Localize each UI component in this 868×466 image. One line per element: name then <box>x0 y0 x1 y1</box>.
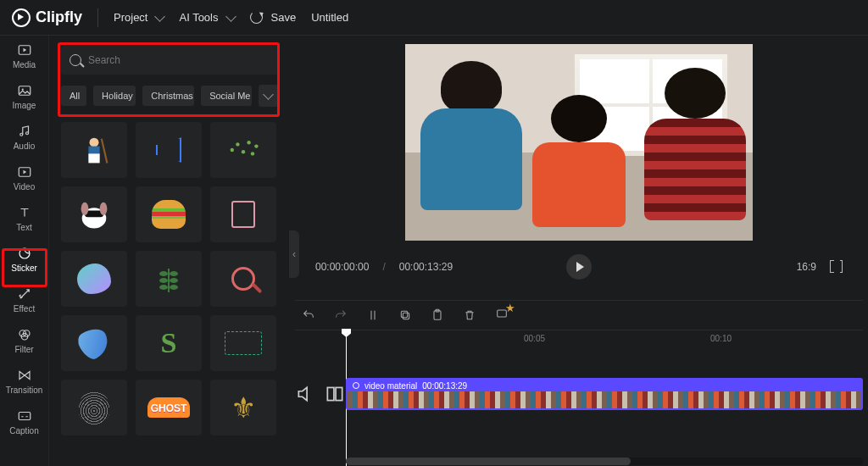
track-visibility-button[interactable] <box>324 383 346 405</box>
chip-holiday[interactable]: Holiday <box>93 86 136 106</box>
logo-mark-icon <box>12 8 31 27</box>
svg-rect-10 <box>19 413 31 420</box>
rail-image[interactable]: Image <box>0 76 48 117</box>
ruler-mark: 00:10 <box>710 334 732 343</box>
sticker-burger[interactable] <box>136 186 202 242</box>
aspect-ratio[interactable]: 16:9 <box>797 261 816 273</box>
split-button[interactable] <box>366 308 380 322</box>
sticker-frame-dashed[interactable] <box>210 315 276 371</box>
rail-media[interactable]: Media <box>0 36 48 76</box>
chevron-down-icon <box>263 89 274 100</box>
project-menu[interactable]: Project <box>114 11 164 24</box>
preview-scene <box>405 44 753 241</box>
sticker-icon <box>17 246 32 261</box>
rail-transition[interactable]: Transition <box>0 361 48 402</box>
play-button[interactable] <box>566 254 592 280</box>
preview-frame[interactable] <box>405 44 753 241</box>
sticker-speaker-outline[interactable] <box>136 122 202 178</box>
redo-button[interactable] <box>334 308 348 322</box>
sticker-fleur-de-lis[interactable]: ⚜ <box>210 380 276 435</box>
current-time: 00:00:00:00 <box>315 261 369 273</box>
text-icon <box>17 205 32 220</box>
audio-icon <box>17 124 32 139</box>
effects-star-button[interactable]: ★ <box>495 307 509 324</box>
rail-label: Effect <box>14 304 35 313</box>
delete-button[interactable] <box>463 308 476 322</box>
timeline-clip[interactable]: video material 00:00:13:29 <box>346 378 863 410</box>
category-chip-row: All Holiday Christmas Social Me <box>61 85 278 107</box>
magnifier-icon <box>231 267 255 291</box>
scene-person-center <box>532 95 626 230</box>
sticker-perfume[interactable] <box>210 186 276 242</box>
svg-point-26 <box>170 271 178 276</box>
chip-social-media[interactable]: Social Me <box>201 86 252 106</box>
sticker-letter-s[interactable]: S <box>136 315 202 371</box>
ai-tools-label: AI Tools <box>179 11 218 24</box>
chip-all[interactable]: All <box>61 86 86 106</box>
rail-video[interactable]: Video <box>0 158 48 198</box>
rail-caption[interactable]: Caption <box>0 402 48 442</box>
clip-name: video material <box>364 381 417 391</box>
chip-christmas[interactable]: Christmas <box>142 86 194 106</box>
paste-button[interactable] <box>431 308 444 322</box>
timeline-scrollbar[interactable] <box>346 458 863 465</box>
rail-sticker[interactable]: Sticker <box>0 239 48 280</box>
sticker-blob[interactable] <box>61 251 127 307</box>
track-mute-button[interactable] <box>295 383 317 405</box>
rail-label: Audio <box>14 141 36 151</box>
clip-duration: 00:00:13:29 <box>422 381 467 391</box>
panel-collapse-handle[interactable]: ‹ <box>289 230 299 278</box>
clip-type-icon <box>353 382 359 389</box>
video-icon <box>17 164 32 180</box>
sticker-fingerprint[interactable] <box>61 380 127 435</box>
undo-button[interactable] <box>302 308 315 322</box>
image-icon <box>17 83 32 98</box>
svg-rect-13 <box>88 153 99 163</box>
filter-icon <box>17 327 32 342</box>
sticker-leaf-sprig[interactable] <box>136 251 202 307</box>
sticker-sparkle-leaves[interactable] <box>210 122 276 178</box>
svg-rect-37 <box>336 387 342 400</box>
svg-point-4 <box>25 132 28 135</box>
right-area: ‹ 00:00:00:00 / 00:00:13:29 16:9 <box>290 36 868 466</box>
timeline-toolbar: ★ <box>295 300 863 330</box>
copy-button[interactable] <box>398 308 412 322</box>
sticker-grid: S GHOST ⚜ <box>61 122 278 435</box>
speaker-icon <box>156 137 181 163</box>
scene-person-right <box>644 68 746 229</box>
sticker-ghost-text[interactable]: GHOST <box>136 380 202 435</box>
sticker-cool-dog[interactable] <box>61 186 127 242</box>
total-time: 00:00:13:29 <box>399 261 453 273</box>
project-title-text: Untitled <box>311 11 348 24</box>
top-bar: Clipfly Project AI Tools Save Untitled <box>0 0 868 36</box>
ai-tools-menu[interactable]: AI Tools <box>179 11 234 24</box>
chip-more-button[interactable] <box>259 85 278 107</box>
rail-text[interactable]: Text <box>0 198 48 239</box>
blob-icon <box>77 264 111 294</box>
fullscreen-icon[interactable] <box>830 260 843 273</box>
save-button[interactable]: Save <box>250 11 297 24</box>
svg-point-19 <box>251 152 254 155</box>
svg-point-20 <box>254 144 258 147</box>
svg-line-14 <box>102 139 108 164</box>
timeline: 00:05 00:10 video material 00:00:13:29 <box>295 330 863 466</box>
sticker-magnifier-red[interactable] <box>210 251 276 307</box>
rail-effect[interactable]: Effect <box>0 280 48 320</box>
top-divider <box>97 8 98 27</box>
scrollbar-thumb[interactable] <box>346 458 631 465</box>
sticker-maid-cleaner[interactable] <box>61 122 127 178</box>
rail-filter[interactable]: Filter <box>0 320 48 361</box>
search-box[interactable] <box>61 46 278 75</box>
track-controls <box>295 383 346 405</box>
rail-audio[interactable]: Audio <box>0 117 48 158</box>
sticker-brush[interactable] <box>61 315 127 371</box>
svg-point-29 <box>159 285 168 290</box>
search-icon <box>70 54 81 66</box>
rail-label: Sticker <box>11 264 37 273</box>
project-title[interactable]: Untitled <box>311 11 348 24</box>
timeline-ruler[interactable]: 00:05 00:10 <box>346 330 863 358</box>
letter-s-icon: S <box>161 327 177 359</box>
svg-rect-1 <box>19 86 31 96</box>
rail-label: Transition <box>6 386 43 395</box>
search-input[interactable] <box>88 54 270 66</box>
